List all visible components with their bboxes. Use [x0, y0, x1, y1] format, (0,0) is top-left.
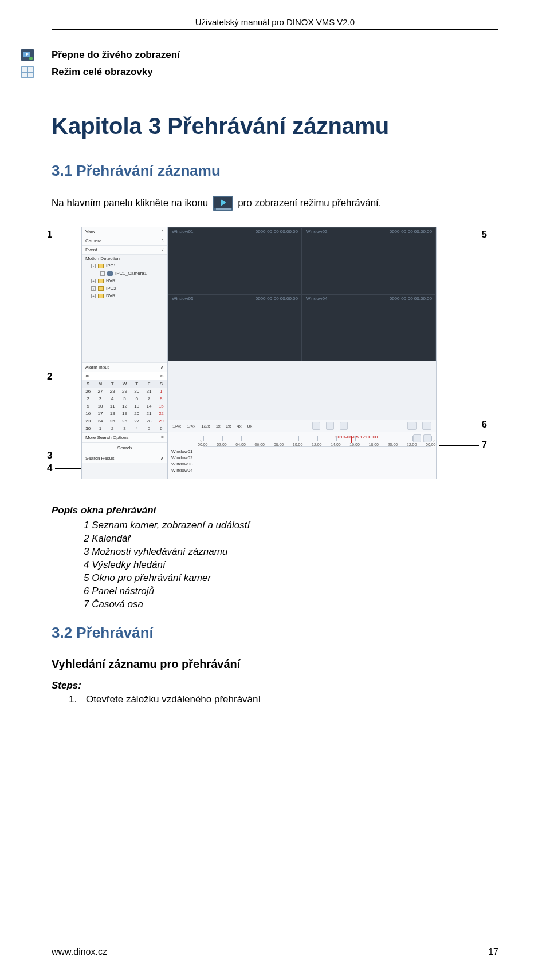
- list-item: 2 Kalendář: [84, 533, 498, 544]
- timeline[interactable]: Window01 Window02 Window03 Window04 2013…: [168, 432, 436, 479]
- annotation-4: 4: [47, 463, 52, 474]
- steps-label: Steps:: [52, 680, 498, 691]
- list-item: 4 Výsledky hledání: [84, 559, 498, 571]
- video-cell-4[interactable]: Window04:0000-00-00 00:00:00: [302, 294, 436, 361]
- live-view-icon: [21, 48, 34, 62]
- speed-label[interactable]: 8x: [247, 424, 252, 429]
- tree-item[interactable]: +IPC2: [82, 284, 167, 292]
- playback-icon: [213, 196, 233, 211]
- leader-line: [55, 468, 81, 469]
- section-3-1-text-b: pro zobrazení režimu přehrávání.: [238, 197, 381, 209]
- svg-point-3: [29, 57, 33, 60]
- timeline-prev[interactable]: ‹: [200, 438, 202, 444]
- sidebar-view[interactable]: View∧: [82, 227, 167, 236]
- list-heading: Popis okna přehrávání: [52, 505, 498, 516]
- svg-rect-6: [28, 67, 33, 72]
- icon-row-live: Přepne do živého zobrazení: [21, 48, 498, 62]
- sidebar: View∧ Camera∧ Event∨ Motion Detection -I…: [82, 227, 168, 479]
- fullscreen-icon: [21, 65, 34, 79]
- fullscreen-label: Režim celé obrazovky: [52, 66, 153, 78]
- annotation-5: 5: [482, 229, 487, 240]
- annotation-7: 7: [482, 440, 487, 451]
- section-3-1-title: 3.1 Přehrávání záznamu: [52, 162, 498, 180]
- sidebar-camera[interactable]: Camera∧: [82, 236, 167, 246]
- section-3-2-title: 3.2 Přehrávání: [52, 624, 498, 642]
- leader-line: [439, 235, 479, 235]
- speed-label[interactable]: 1/4x: [172, 424, 181, 429]
- more-search-options[interactable]: More Search Options≡: [82, 432, 167, 442]
- speed-label[interactable]: 1x: [215, 424, 220, 429]
- timeline-scale[interactable]: 2013-06-05 12:00:00 00:0002:0004:0006:00…: [203, 436, 431, 447]
- step-button[interactable]: [340, 422, 348, 430]
- list-item: 7 Časová osa: [84, 599, 498, 610]
- leader-line: [55, 235, 81, 235]
- search-result[interactable]: Search Result∧: [82, 453, 167, 463]
- speed-label[interactable]: 1/2x: [201, 424, 210, 429]
- list-item: 1 Seznam kamer, zobrazení a událostí: [84, 520, 498, 531]
- leader-line: [439, 425, 479, 425]
- description-list: Popis okna přehrávání 1 Seznam kamer, zo…: [52, 505, 498, 610]
- annotation-6: 6: [482, 419, 487, 430]
- video-cell-1[interactable]: Window01:0000-00-00 00:00:00: [168, 227, 302, 294]
- stop-button[interactable]: [326, 422, 334, 430]
- sidebar-alarm[interactable]: Alarm Input∧: [82, 362, 167, 372]
- sub-heading: Vyhledání záznamu pro přehrávání: [52, 658, 498, 671]
- header-rule: [52, 29, 498, 30]
- footer: www.dinox.cz 17: [52, 947, 498, 957]
- list-item: 6 Panel nástrojů: [84, 586, 498, 597]
- video-cell-3[interactable]: Window03:0000-00-00 00:00:00: [168, 294, 302, 361]
- annotation-3: 3: [47, 450, 52, 461]
- annotation-2: 2: [47, 371, 52, 382]
- live-view-label: Přepne do živého zobrazení: [52, 49, 180, 61]
- timeline-zoom: [413, 434, 431, 442]
- download-button[interactable]: [407, 422, 417, 430]
- zoom-out-icon[interactable]: [413, 434, 421, 442]
- section-3-1-text: Na hlavním panelu klikněte na ikonu pro …: [52, 196, 498, 211]
- tree-item[interactable]: +DVR: [82, 292, 167, 299]
- footer-url: www.dinox.cz: [52, 947, 107, 957]
- playback-toolbar: 1/4x 1/4x 1/2x 1x 2x 4x 8x: [168, 420, 436, 432]
- leader-line: [55, 377, 81, 377]
- timeline-window-labels: Window01 Window02 Window03 Window04: [168, 448, 196, 473]
- chapter-title: Kapitola 3 Přehrávání záznamu: [52, 113, 498, 139]
- svg-rect-8: [28, 73, 33, 77]
- step-item: 1. Otevřete záložku vzdáleného přehráván…: [69, 694, 498, 705]
- svg-rect-7: [22, 73, 27, 77]
- svg-rect-5: [22, 67, 27, 72]
- video-cell-2[interactable]: Window02:0000-00-00 00:00:00: [302, 227, 436, 294]
- annotation-1: 1: [47, 229, 52, 240]
- app-window: View∧ Camera∧ Event∨ Motion Detection -I…: [81, 227, 437, 479]
- play-pause-button[interactable]: [312, 422, 320, 430]
- speed-label[interactable]: 2x: [226, 424, 231, 429]
- snapshot-button[interactable]: [422, 422, 431, 430]
- tree-item[interactable]: +NVR: [82, 277, 167, 284]
- leader-line: [55, 456, 81, 456]
- search-button[interactable]: Search: [82, 442, 167, 453]
- speed-label[interactable]: 4x: [237, 424, 241, 429]
- screenshot: 1 2 3 4 5 6 7 View∧ Camera∧ Event∨ Motio…: [40, 227, 487, 479]
- sidebar-motion[interactable]: Motion Detection: [82, 255, 167, 262]
- header-title: Uživatelský manuál pro DINOX VMS V2.0: [52, 17, 498, 27]
- tree-item[interactable]: IPC1_Camera1: [82, 270, 167, 277]
- sidebar-event[interactable]: Event∨: [82, 246, 167, 255]
- video-grid: Window01:0000-00-00 00:00:00 Window02:00…: [168, 227, 436, 361]
- leader-line: [439, 445, 479, 446]
- icon-row-fullscreen: Režim celé obrazovky: [21, 65, 498, 79]
- page-number: 17: [488, 947, 498, 957]
- list-item: 5 Okno pro přehrávání kamer: [84, 572, 498, 584]
- speed-label[interactable]: 1/4x: [187, 424, 195, 429]
- calendar[interactable]: SMTWTFS 2627282930311 2345678 9101112131…: [82, 380, 167, 432]
- calendar-nav[interactable]: « ‹ » ›: [82, 372, 167, 380]
- list-item: 3 Možnosti vyhledávání záznamu: [84, 546, 498, 558]
- timeline-next[interactable]: ›: [433, 438, 435, 444]
- section-3-1-text-a: Na hlavním panelu klikněte na ikonu: [52, 197, 208, 209]
- svg-rect-12: [216, 208, 231, 210]
- zoom-in-icon[interactable]: [423, 434, 431, 442]
- tree-item[interactable]: -IPC1: [82, 262, 167, 270]
- timeline-cursor-label: 2013-06-05 12:00:00: [335, 434, 378, 440]
